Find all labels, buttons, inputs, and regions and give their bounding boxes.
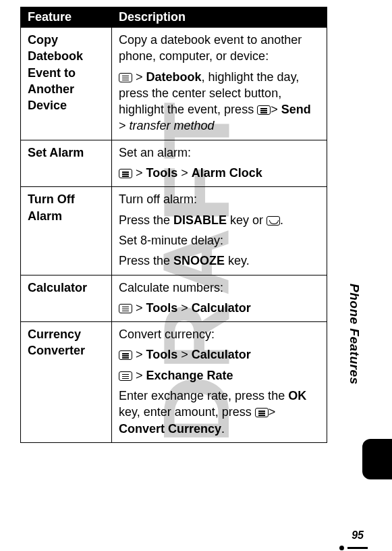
sep: >	[132, 70, 146, 84]
code-text: Alarm Clock	[192, 166, 262, 180]
desc-text: .	[280, 213, 283, 227]
code-text: DISABLE	[173, 213, 227, 227]
desc-text: .	[221, 422, 225, 436]
description-cell: Set an alarm: > Tools > Alarm Clock	[112, 140, 327, 187]
desc-text: Turn off alarm:	[119, 192, 197, 206]
desc-step: Press the DISABLE key or .	[119, 212, 321, 228]
code-text: Datebook	[146, 70, 202, 84]
desc-step: Set 8-minute delay:	[119, 232, 321, 248]
desc-text: Enter exchange rate, press the	[119, 389, 288, 402]
table-header-row: Feature Description	[21, 7, 327, 28]
menu-icon	[255, 408, 269, 417]
code-text: Convert Currency	[119, 422, 221, 436]
code-text: Send	[281, 103, 311, 116]
code-text: Tools	[146, 166, 178, 180]
desc-text: key, enter amount, press	[119, 405, 255, 419]
table-row: Copy Datebook Event to Another Device Co…	[21, 28, 327, 140]
code-text: Exchange Rate	[146, 369, 233, 382]
italic-text: transfer method	[130, 119, 215, 132]
desc-step: > Exchange Rate	[119, 367, 321, 384]
code-text: SNOOZE	[173, 254, 225, 267]
desc-step: Press the SNOOZE key.	[119, 253, 321, 269]
menu-icon	[119, 169, 132, 178]
code-text: Calculator	[192, 301, 251, 315]
code-text: OK	[288, 389, 306, 402]
menu-icon	[119, 73, 132, 82]
code-text: Tools	[146, 348, 178, 361]
sep: >	[269, 405, 276, 419]
description-cell: Turn off alarm: Press the DISABLE key or…	[112, 187, 327, 275]
header-feature: Feature	[21, 7, 112, 28]
main-content: Feature Description Copy Datebook Event …	[0, 0, 392, 443]
desc-text: Set an alarm:	[119, 146, 191, 159]
desc-text: Convert currency:	[119, 327, 215, 341]
menu-icon	[119, 371, 132, 381]
side-tab-marker	[362, 439, 392, 479]
table-row: Calculator Calculate numbers: > Tools > …	[21, 275, 327, 322]
feature-cell: Currency Converter	[21, 322, 112, 443]
sep: >	[119, 119, 130, 132]
desc-text: Press the	[119, 213, 173, 227]
desc-step: Enter exchange rate, press the OK key, e…	[119, 388, 321, 437]
page-number: 95	[352, 529, 364, 542]
desc-step: > Tools > Alarm Clock	[119, 165, 321, 181]
menu-icon	[119, 304, 132, 313]
desc-step: > Tools > Calculator	[119, 300, 321, 316]
desc-step: > Tools > Calculator	[119, 346, 321, 363]
desc-text: key or	[227, 213, 267, 227]
sep: >	[271, 103, 281, 116]
desc-step: > Datebook, highlight the day, press the…	[119, 69, 321, 134]
table-row: Currency Converter Convert currency: > T…	[21, 322, 327, 443]
desc-text: Copy a datebook event to another phone, …	[119, 33, 302, 63]
feature-cell: Calculator	[21, 275, 112, 322]
code-text: Tools	[146, 301, 178, 315]
description-cell: Calculate numbers: > Tools > Calculator	[112, 275, 327, 322]
menu-icon	[257, 105, 271, 115]
feature-cell: Turn Off Alarm	[21, 187, 112, 275]
table-row: Set Alarm Set an alarm: > Tools > Alarm …	[21, 140, 327, 187]
side-panel: Phone Features	[339, 284, 369, 551]
description-cell: Convert currency: > Tools > Calculator >…	[112, 322, 327, 443]
desc-text: Calculate numbers:	[119, 281, 223, 294]
description-cell: Copy a datebook event to another phone, …	[112, 28, 327, 140]
section-label: Phone Features	[347, 284, 362, 385]
desc-text: Press the	[119, 254, 173, 267]
features-table: Feature Description Copy Datebook Event …	[20, 7, 327, 443]
menu-icon	[119, 350, 132, 360]
table-row: Turn Off Alarm Turn off alarm: Press the…	[21, 187, 327, 275]
end-key-icon	[267, 216, 280, 226]
desc-text: key.	[225, 254, 250, 267]
feature-cell: Set Alarm	[21, 140, 112, 187]
feature-cell: Copy Datebook Event to Another Device	[21, 28, 112, 140]
list-icon	[339, 544, 369, 551]
header-description: Description	[112, 7, 327, 28]
code-text: Calculator	[192, 348, 251, 361]
